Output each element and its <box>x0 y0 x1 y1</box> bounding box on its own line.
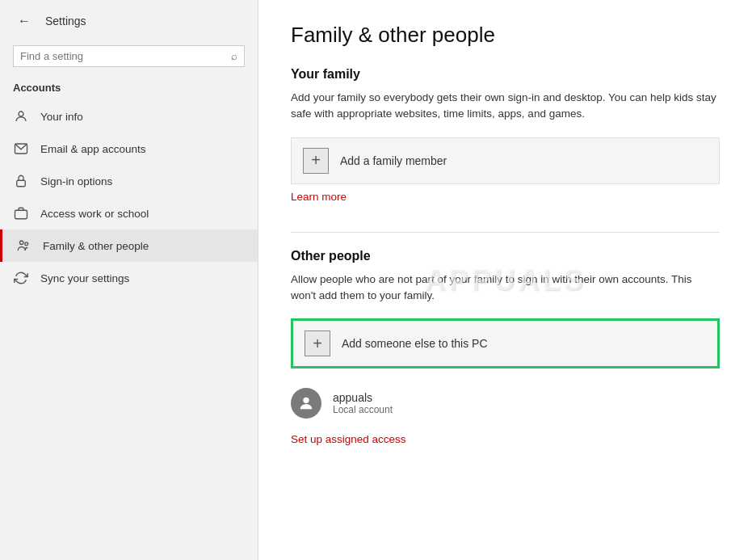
user-name: appuals <box>333 391 393 404</box>
email-app-label: Email & app accounts <box>40 143 146 155</box>
other-people-section: Other people Allow people who are not pa… <box>291 249 720 447</box>
access-work-label: Access work or school <box>40 208 149 220</box>
user-sub: Local account <box>333 404 393 415</box>
your-family-title: Your family <box>291 67 720 82</box>
sidebar-item-family[interactable]: Family & other people <box>0 229 258 262</box>
your-info-icon <box>13 108 29 124</box>
plus-icon: + <box>303 148 329 174</box>
other-people-title: Other people <box>291 249 720 263</box>
section-divider <box>291 232 720 233</box>
sidebar-title: Settings <box>45 15 86 27</box>
svg-point-5 <box>25 242 28 246</box>
sidebar-item-access-work[interactable]: Access work or school <box>0 197 258 229</box>
accounts-label: Accounts <box>0 77 258 100</box>
add-someone-label: Add someone else to this PC <box>342 337 488 350</box>
avatar <box>291 388 321 419</box>
your-family-desc: Add your family so everybody gets their … <box>291 90 720 123</box>
your-info-label: Your info <box>40 111 83 123</box>
sidebar-item-sign-in[interactable]: Sign-in options <box>0 165 258 197</box>
sidebar-item-your-info[interactable]: Your info <box>0 100 258 133</box>
add-someone-button[interactable]: + Add someone else to this PC <box>291 318 720 368</box>
svg-point-4 <box>20 241 24 245</box>
search-box: ⌕ <box>13 45 245 67</box>
user-info: appuals Local account <box>333 391 393 415</box>
sidebar: ← Settings ⌕ Accounts Your info Email & … <box>0 0 258 560</box>
briefcase-icon <box>13 205 29 221</box>
email-icon <box>13 141 29 157</box>
family-label: Family & other people <box>43 240 149 252</box>
add-family-member-button[interactable]: + Add a family member <box>291 137 720 184</box>
sidebar-item-sync[interactable]: Sync your settings <box>0 262 258 294</box>
back-button[interactable]: ← <box>13 10 36 32</box>
svg-rect-2 <box>17 180 26 187</box>
user-row[interactable]: appuals Local account <box>291 380 720 427</box>
sync-icon <box>13 270 29 286</box>
search-input[interactable] <box>20 50 231 62</box>
svg-point-0 <box>19 112 23 116</box>
your-family-section: Your family Add your family so everybody… <box>291 67 720 225</box>
learn-more-link[interactable]: Learn more <box>291 191 347 203</box>
svg-rect-3 <box>15 210 27 219</box>
page-title: Family & other people <box>291 23 720 48</box>
main-content: Family & other people Your family Add yo… <box>258 0 752 560</box>
search-icon[interactable]: ⌕ <box>231 50 237 62</box>
sync-label: Sync your settings <box>40 272 129 284</box>
add-someone-plus-icon: + <box>305 331 330 356</box>
main-wrapper: Family & other people Your family Add yo… <box>258 0 752 560</box>
lock-icon <box>13 173 29 189</box>
add-family-label: Add a family member <box>340 154 447 167</box>
other-people-desc: Allow people who are not part of your fa… <box>291 272 720 305</box>
sidebar-header: ← Settings <box>0 0 258 42</box>
sidebar-item-email-app[interactable]: Email & app accounts <box>0 133 258 165</box>
svg-point-6 <box>303 398 309 403</box>
sign-in-label: Sign-in options <box>40 175 112 187</box>
family-icon <box>15 238 32 254</box>
assigned-access-link[interactable]: Set up assigned access <box>291 433 406 445</box>
